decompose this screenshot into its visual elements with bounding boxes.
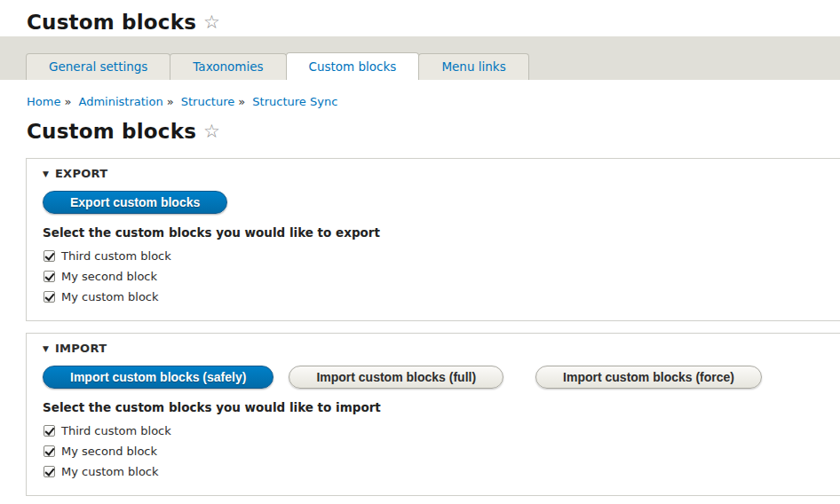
import-select-label: Select the custom blocks you would like … <box>43 400 824 414</box>
breadcrumb-separator: » <box>167 95 174 108</box>
export-checkbox-row: My second block <box>43 266 824 287</box>
export-checkbox-my-second-block[interactable] <box>44 271 55 282</box>
import-checkbox-row: My second block <box>43 441 824 461</box>
import-legend-label: IMPORT <box>55 342 107 355</box>
page-header: Custom blocks ☆ <box>0 0 840 36</box>
tab-custom-blocks[interactable]: Custom blocks <box>286 52 420 80</box>
breadcrumb-link-home[interactable]: Home <box>27 95 60 108</box>
import-button-row: Import custom blocks (safely) Import cus… <box>43 366 824 389</box>
import-fieldset: ▼ IMPORT Import custom blocks (safely) I… <box>26 333 840 496</box>
tab-menu-links[interactable]: Menu links <box>418 53 528 80</box>
breadcrumb: Home» Administration» Structure» Structu… <box>27 95 813 108</box>
import-checkbox-third-custom-block[interactable] <box>44 425 55 437</box>
collapse-arrow-icon: ▼ <box>43 344 49 353</box>
content-title-row: Custom blocks ☆ <box>27 120 813 143</box>
checkbox-label[interactable]: My custom block <box>61 465 159 478</box>
export-fieldset: ▼ EXPORT Export custom blocks Select the… <box>26 158 840 321</box>
export-checkbox-row: My custom block <box>43 287 824 307</box>
shortcut-star-icon[interactable]: ☆ <box>203 12 220 33</box>
breadcrumb-separator: » <box>64 95 71 108</box>
shortcut-star-icon[interactable]: ☆ <box>203 121 220 142</box>
checkbox-label[interactable]: My second block <box>61 445 157 458</box>
import-custom-blocks-force-button[interactable]: Import custom blocks (force) <box>535 366 762 389</box>
export-checkbox-row: Third custom block <box>43 246 824 266</box>
export-legend-label: EXPORT <box>55 167 108 180</box>
import-custom-blocks-full-button[interactable]: Import custom blocks (full) <box>289 366 503 389</box>
breadcrumb-link-structure[interactable]: Structure <box>181 95 234 108</box>
checkbox-label[interactable]: My custom block <box>61 290 159 303</box>
import-checkbox-my-second-block[interactable] <box>44 445 55 457</box>
checkbox-label[interactable]: My second block <box>61 270 157 283</box>
tab-taxonomies[interactable]: Taxonomies <box>170 53 286 80</box>
export-checkbox-third-custom-block[interactable] <box>44 250 55 262</box>
collapse-arrow-icon: ▼ <box>43 169 49 178</box>
export-fieldset-legend[interactable]: ▼ EXPORT <box>43 167 824 180</box>
import-fieldset-legend[interactable]: ▼ IMPORT <box>43 342 824 355</box>
breadcrumb-link-administration[interactable]: Administration <box>79 95 163 108</box>
export-select-label: Select the custom blocks you would like … <box>43 225 824 240</box>
tab-general-settings[interactable]: General settings <box>26 53 170 80</box>
export-button-row: Export custom blocks <box>43 191 824 214</box>
breadcrumb-separator: » <box>238 95 245 108</box>
export-custom-blocks-button[interactable]: Export custom blocks <box>43 191 227 214</box>
checkbox-label[interactable]: Third custom block <box>61 249 171 263</box>
page-title: Custom blocks <box>27 11 196 34</box>
import-checkbox-my-custom-block[interactable] <box>44 466 55 477</box>
import-custom-blocks-safely-button[interactable]: Import custom blocks (safely) <box>43 366 273 389</box>
import-checkbox-row: Third custom block <box>43 421 824 441</box>
export-checkbox-my-custom-block[interactable] <box>44 291 55 303</box>
breadcrumb-link-structure-sync[interactable]: Structure Sync <box>252 95 337 108</box>
tab-bar: General settings Taxonomies Custom block… <box>0 36 840 80</box>
import-checkbox-row: My custom block <box>43 461 824 482</box>
checkbox-label[interactable]: Third custom block <box>61 424 171 437</box>
content-page-title: Custom blocks <box>27 120 196 143</box>
